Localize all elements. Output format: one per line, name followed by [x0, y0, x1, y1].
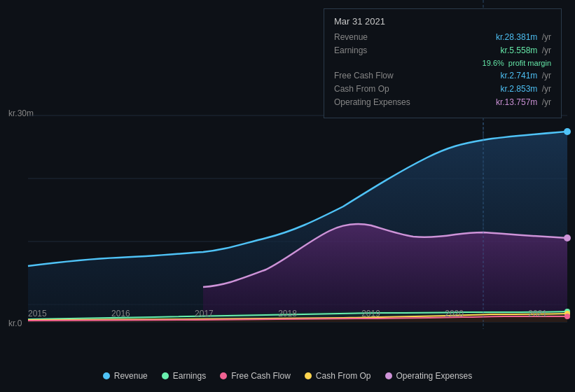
tooltip-box: Mar 31 2021 Revenue kr.28.381m /yr Earni…	[324, 8, 562, 118]
tooltip-opex-row: Operating Expenses kr.13.757m /yr	[334, 97, 551, 107]
tooltip-earnings-label: Earnings	[334, 46, 367, 55]
tooltip-date: Mar 31 2021	[334, 16, 551, 27]
x-label-2018: 2018	[278, 309, 297, 318]
chart-legend: Revenue Earnings Free Cash Flow Cash Fro…	[0, 371, 575, 381]
tooltip-revenue-row: Revenue kr.28.381m /yr	[334, 32, 551, 42]
tooltip-cfo-value: kr.2.853m /yr	[501, 84, 551, 94]
tooltip-earnings-row: Earnings kr.5.558m /yr	[334, 46, 551, 55]
legend-earnings[interactable]: Earnings	[162, 371, 206, 381]
tooltip-opex-label: Operating Expenses	[334, 97, 410, 107]
opex-dot	[385, 372, 392, 379]
chart-container: Mar 31 2021 Revenue kr.28.381m /yr Earni…	[0, 0, 575, 357]
legend-opex[interactable]: Operating Expenses	[385, 371, 473, 381]
x-label-2017: 2017	[195, 309, 214, 318]
tooltip-profit-margin-row: 19.6% profit margin	[334, 59, 551, 67]
x-label-2016: 2016	[111, 309, 130, 318]
legend-cfo-label: Cash From Op	[316, 371, 371, 381]
svg-point-6	[564, 128, 571, 135]
tooltip-profit-margin: 19.6% profit margin	[483, 59, 551, 67]
revenue-dot	[103, 372, 110, 379]
tooltip-earnings-value: kr.5.558m /yr	[501, 46, 551, 55]
legend-cfo[interactable]: Cash From Op	[305, 371, 371, 381]
tooltip-revenue-label: Revenue	[334, 32, 368, 42]
tooltip-cfo-label: Cash From Op	[334, 84, 389, 94]
legend-revenue-label: Revenue	[114, 371, 148, 381]
tooltip-fcf-label: Free Cash Flow	[334, 71, 394, 80]
x-axis: 2015 2016 2017 2018 2019 2020 2021	[0, 309, 575, 318]
x-label-2020: 2020	[445, 309, 464, 318]
legend-earnings-label: Earnings	[173, 371, 206, 381]
tooltip-fcf-row: Free Cash Flow kr.2.741m /yr	[334, 71, 551, 80]
cfo-dot	[305, 372, 312, 379]
legend-fcf[interactable]: Free Cash Flow	[220, 371, 291, 381]
svg-point-7	[564, 234, 571, 241]
x-label-2015: 2015	[28, 309, 47, 318]
legend-fcf-label: Free Cash Flow	[231, 371, 291, 381]
x-label-2019: 2019	[361, 309, 380, 318]
x-label-2021: 2021	[528, 309, 547, 318]
earnings-dot	[162, 372, 169, 379]
tooltip-fcf-value: kr.2.741m /yr	[501, 71, 551, 80]
legend-revenue[interactable]: Revenue	[103, 371, 148, 381]
fcf-dot	[220, 372, 227, 379]
tooltip-opex-value: kr.13.757m /yr	[496, 97, 551, 107]
tooltip-revenue-value: kr.28.381m /yr	[496, 32, 551, 42]
tooltip-cfo-row: Cash From Op kr.2.853m /yr	[334, 84, 551, 94]
legend-opex-label: Operating Expenses	[396, 371, 473, 381]
